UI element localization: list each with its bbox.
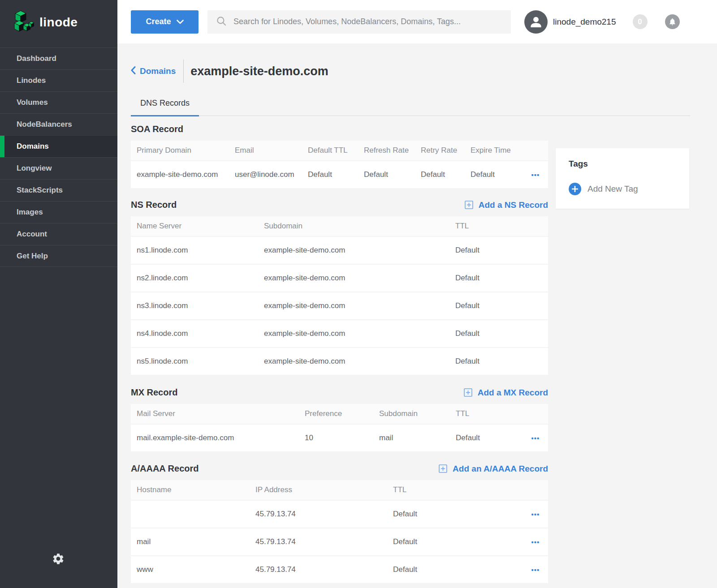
sidebar-item-account[interactable]: Account: [0, 223, 117, 245]
mail-server-cell: mail.example-site-demo.com: [137, 433, 305, 442]
subdomain-cell: example-site-demo.com: [264, 329, 455, 338]
chevron-down-icon: [177, 17, 184, 26]
column-header: Name Server: [137, 222, 264, 231]
notification-count-badge[interactable]: 0: [633, 14, 648, 29]
retry-rate-cell: Default: [421, 170, 471, 179]
expire-time-cell: Default: [471, 170, 523, 179]
search-input[interactable]: [233, 17, 503, 26]
plus-square-icon: [465, 201, 473, 209]
ns-table-row: ns1.linode.com example-site-demo.com Def…: [131, 237, 548, 264]
sidebar-item-linodes[interactable]: Linodes: [0, 69, 117, 91]
name-server-cell: ns3.linode.com: [137, 301, 264, 310]
sidebar-item-label: Linodes: [17, 76, 46, 85]
soa-record-section: SOA Record Primary Domain Email Default …: [131, 124, 548, 188]
chevron-left-icon: [131, 66, 136, 77]
add-ns-record-label: Add a NS Record: [479, 200, 548, 210]
ttl-cell: Default: [393, 510, 523, 519]
bell-icon[interactable]: [665, 14, 680, 29]
ns-table-header: Name Server Subdomain TTL: [131, 216, 548, 236]
sidebar-item-images[interactable]: Images: [0, 201, 117, 223]
mx-table: Mail Server Preference Subdomain TTL mai…: [131, 404, 548, 451]
tab-bar: DNS Records: [131, 93, 690, 116]
sidebar-item-longview[interactable]: Longview: [0, 157, 117, 179]
create-button-label: Create: [146, 17, 171, 26]
sidebar-item-label: Dashboard: [17, 54, 56, 63]
active-indicator: [0, 136, 4, 157]
mx-section-title: MX Record: [131, 387, 177, 398]
user-avatar[interactable]: [524, 10, 548, 34]
sidebar-nav: Dashboard Linodes Volumes NodeBalancers …: [0, 47, 117, 267]
sidebar-item-volumes[interactable]: Volumes: [0, 91, 117, 113]
brand-name: linode: [39, 15, 78, 30]
username[interactable]: linode_demo215: [553, 17, 616, 27]
mx-table-row: mail.example-site-demo.com 10 mail Defau…: [131, 425, 548, 451]
ns-table: Name Server Subdomain TTL ns1.linode.com…: [131, 216, 548, 375]
sidebar: linode Dashboard Linodes Volumes NodeBal…: [0, 0, 117, 588]
column-header: Refresh Rate: [364, 146, 421, 155]
back-to-domains-link[interactable]: Domains: [131, 66, 176, 77]
ip-address-cell: 45.79.13.74: [255, 510, 393, 519]
sidebar-item-stackscripts[interactable]: StackScripts: [0, 179, 117, 201]
add-a-aaaa-record-label: Add an A/AAAA Record: [453, 464, 548, 474]
add-ns-record-button[interactable]: Add a NS Record: [465, 200, 548, 210]
row-actions-menu-icon[interactable]: •••: [523, 566, 548, 574]
tab-dns-records[interactable]: DNS Records: [131, 93, 199, 116]
sidebar-item-label: Get Help: [17, 252, 48, 261]
row-actions-menu-icon[interactable]: •••: [523, 434, 548, 442]
ttl-cell: Default: [455, 329, 548, 338]
tags-title: Tags: [569, 159, 676, 169]
row-actions-menu-icon[interactable]: •••: [523, 511, 548, 518]
add-new-tag-button[interactable]: Add New Tag: [569, 183, 676, 195]
column-header: Subdomain: [264, 222, 455, 231]
add-a-aaaa-record-button[interactable]: Add an A/AAAA Record: [439, 464, 548, 474]
main-content: Domains example-site-demo.com DNS Record…: [117, 43, 717, 588]
sidebar-item-label: Volumes: [17, 98, 48, 107]
page-title: example-site-demo.com: [190, 64, 328, 78]
tags-column: Tags Add New Tag: [556, 122, 689, 583]
settings-gear-icon[interactable]: [52, 553, 65, 567]
add-mx-record-label: Add a MX Record: [478, 388, 548, 398]
column-header: Email: [235, 146, 308, 155]
ttl-cell: Default: [393, 537, 523, 546]
sidebar-item-nodebalancers[interactable]: NodeBalancers: [0, 113, 117, 135]
add-mx-record-button[interactable]: Add a MX Record: [464, 388, 548, 398]
name-server-cell: ns2.linode.com: [137, 274, 264, 283]
a-aaaa-section-title: A/AAAA Record: [131, 464, 199, 474]
linode-logo[interactable]: linode: [0, 0, 117, 35]
sidebar-item-dashboard[interactable]: Dashboard: [0, 47, 117, 69]
sidebar-item-label: Account: [17, 230, 47, 239]
sidebar-item-label: NodeBalancers: [17, 120, 72, 129]
global-search[interactable]: [207, 10, 511, 34]
subdomain-cell: example-site-demo.com: [264, 246, 455, 255]
column-header: IP Address: [255, 485, 393, 494]
column-header: Subdomain: [379, 409, 456, 418]
email-cell: user@linode.com: [235, 170, 308, 179]
ip-address-cell: 45.79.13.74: [255, 537, 393, 546]
default-ttl-cell: Default: [308, 170, 364, 179]
ttl-cell: Default: [455, 301, 548, 310]
sidebar-item-label: Domains: [17, 142, 49, 151]
hostname-cell: www: [137, 565, 255, 574]
ttl-cell: Default: [455, 274, 548, 283]
sidebar-item-domains[interactable]: Domains: [0, 135, 117, 157]
a-aaaa-table: Hostname IP Address TTL 45.79.13.74 Defa…: [131, 480, 548, 583]
column-header: Mail Server: [137, 409, 305, 418]
sidebar-item-get-help[interactable]: Get Help: [0, 245, 117, 267]
breadcrumb-divider: [183, 60, 184, 83]
plus-circle-icon: [569, 183, 581, 195]
column-header: Primary Domain: [137, 146, 235, 155]
subdomain-cell: example-site-demo.com: [264, 301, 455, 310]
mx-table-header: Mail Server Preference Subdomain TTL: [131, 404, 548, 424]
subdomain-cell: mail: [379, 433, 456, 442]
soa-table: Primary Domain Email Default TTL Refresh…: [131, 141, 548, 188]
row-actions-menu-icon[interactable]: •••: [523, 538, 548, 546]
name-server-cell: ns1.linode.com: [137, 246, 264, 255]
soa-table-row: example-site-demo.com user@linode.com De…: [131, 161, 548, 188]
row-actions-menu-icon[interactable]: •••: [523, 171, 548, 179]
soa-section-title: SOA Record: [131, 124, 183, 134]
create-button[interactable]: Create: [131, 10, 199, 34]
refresh-rate-cell: Default: [364, 170, 421, 179]
sidebar-item-label: StackScripts: [17, 186, 63, 195]
topbar: Create linode_demo215 0: [117, 0, 717, 43]
soa-table-header: Primary Domain Email Default TTL Refresh…: [131, 141, 548, 160]
